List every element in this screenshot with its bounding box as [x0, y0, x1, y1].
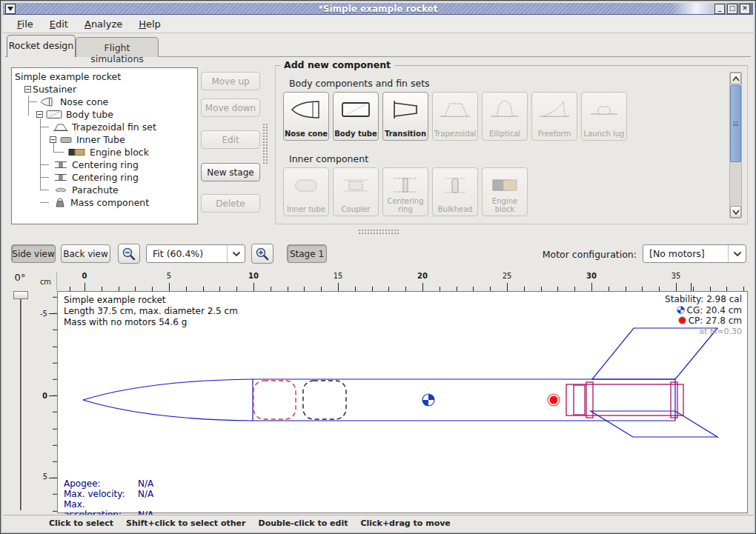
cp-value: 27.8 cm: [706, 316, 742, 326]
zoom-level-select[interactable]: Fit (60.4%): [146, 244, 245, 263]
add-nose-cone-button[interactable]: Nose cone: [283, 92, 329, 141]
launch-lug-icon: [588, 99, 620, 121]
rotation-slider-track[interactable]: [20, 297, 21, 510]
tree-connector: [40, 202, 49, 203]
maximize-button[interactable]: □: [727, 4, 737, 14]
tree-item-trapezoidal-fin-set[interactable]: Trapezoidal fin set: [12, 121, 197, 133]
cg-label: CG:: [687, 305, 703, 316]
hint-click-drag: Click+drag to move: [360, 518, 450, 528]
scrollbar-thumb[interactable]: [730, 85, 741, 162]
ruler-major-ticks: [49, 291, 57, 513]
menu-help[interactable]: Help: [132, 17, 168, 31]
component-tree[interactable]: Simple example rocket Sustainer Nose con…: [11, 67, 198, 224]
cg-marker: [422, 394, 434, 406]
chevron-down-icon: [728, 245, 746, 262]
tab-rocket-design[interactable]: Rocket design: [7, 35, 76, 57]
tree-expander-icon[interactable]: [24, 86, 31, 93]
add-engine-block-button[interactable]: Engine block: [482, 167, 528, 216]
motor-configuration-select[interactable]: [No motors]: [643, 244, 746, 263]
tree-item-centering-ring-2[interactable]: Centering ring: [12, 171, 197, 184]
nose-cone-outline[interactable]: [83, 379, 253, 400]
menu-edit[interactable]: Edit: [43, 17, 75, 31]
motor-configuration-label: Motor configuration:: [543, 249, 637, 260]
parachute-outline[interactable]: [253, 381, 296, 419]
add-launch-lug-button[interactable]: Launch lug: [581, 92, 627, 141]
tree-item-nose-cone[interactable]: Nose cone: [12, 96, 197, 108]
add-body-tube-button[interactable]: Body tube: [333, 92, 379, 141]
freeform-fin-icon: [538, 99, 571, 121]
new-stage-button[interactable]: New stage: [201, 163, 260, 181]
inner-component-label: Inner component: [289, 153, 368, 164]
elliptical-fin-icon: [488, 99, 521, 121]
tree-connector: [40, 164, 49, 165]
side-view-button[interactable]: Side view: [11, 244, 56, 263]
add-elliptical-fin-button[interactable]: Elliptical: [482, 92, 528, 141]
add-trapezoidal-fin-button[interactable]: Trapezoidal: [432, 92, 478, 141]
tab-flight-simulations[interactable]: Flight simulations: [76, 37, 159, 57]
add-freeform-fin-button[interactable]: Freeform: [531, 92, 577, 141]
tree-connector: [40, 177, 49, 178]
tree-expander-icon[interactable]: [50, 136, 56, 143]
close-button[interactable]: ✕: [740, 4, 750, 14]
tree-item-centering-ring-1[interactable]: Centering ring: [12, 158, 197, 171]
tree-item-parachute[interactable]: Parachute: [12, 184, 197, 196]
centering-ring-outline[interactable]: [671, 382, 677, 418]
zoom-out-button[interactable]: [118, 244, 140, 264]
tree-item-body-tube[interactable]: Body tube: [12, 108, 197, 121]
add-transition-button[interactable]: Transition: [382, 92, 428, 141]
mass-component-icon: [53, 198, 67, 207]
rocket-name: Simple example rocket: [64, 295, 238, 306]
hint-double-click: Double-click to edit: [259, 518, 348, 528]
tree-item-mass-component[interactable]: Mass component: [12, 196, 197, 209]
tree-item-inner-tube[interactable]: Inner Tube: [12, 133, 197, 146]
edit-button[interactable]: Edit: [201, 130, 260, 149]
ruler-tick-label: 30: [586, 272, 597, 280]
tree-item-rocket[interactable]: Simple example rocket: [12, 70, 197, 83]
max-velocity-value: N/A: [138, 489, 153, 499]
back-view-button[interactable]: Back view: [61, 244, 110, 263]
add-bulkhead-button[interactable]: Bulkhead: [432, 167, 478, 216]
engine-block-outline[interactable]: [574, 385, 585, 415]
nose-cone-icon: [40, 97, 56, 107]
move-down-button[interactable]: Move down: [201, 99, 260, 117]
tree-item-engine-block[interactable]: Engine block: [12, 146, 197, 158]
rotation-slider-handle[interactable]: [13, 291, 28, 299]
fin-lower-outline[interactable]: [591, 411, 717, 437]
ruler-tick-label: 5: [43, 473, 47, 481]
tree-item-stage[interactable]: Sustainer: [12, 83, 197, 96]
scroll-down-button[interactable]: [730, 206, 741, 218]
cp-legend-icon: [678, 316, 686, 324]
title-bar[interactable]: *Simple example rocket _ □ ✕: [3, 3, 753, 15]
centering-ring-outline[interactable]: [586, 382, 593, 418]
engine-block-icon: [68, 147, 86, 157]
stability-block: Stability: 2.98 cal CG: 20.4 cm CP: 27.8…: [665, 294, 742, 337]
add-coupler-button[interactable]: Coupler: [333, 167, 379, 216]
add-component-title: Add new component: [280, 59, 394, 70]
scroll-up-button[interactable]: [730, 73, 741, 84]
component-panel-scrollbar[interactable]: [729, 72, 742, 218]
add-centering-ring-button[interactable]: Centering ring: [382, 167, 428, 216]
stage-1-toggle[interactable]: Stage 1: [287, 244, 327, 263]
menu-file[interactable]: File: [10, 17, 40, 31]
coupler-icon: [339, 174, 372, 196]
engine-block-icon: [488, 174, 521, 196]
hint-shift-click: Shift+click to select other: [126, 518, 246, 528]
rocket-design-canvas[interactable]: Simple example rocket Length 37.5 cm, ma…: [57, 291, 748, 513]
add-inner-tube-button[interactable]: Inner tube: [283, 167, 329, 216]
rocket-mass: Mass with no motors 54.6 g: [64, 317, 238, 328]
delete-button[interactable]: Delete: [201, 194, 260, 213]
ruler-tick-label: 15: [334, 272, 343, 280]
tree-expander-icon[interactable]: [36, 111, 43, 118]
zoom-in-button[interactable]: [251, 244, 273, 264]
status-bar: Click to select Shift+click to select ot…: [3, 515, 753, 531]
ruler-tick-label: 5: [167, 272, 171, 280]
nose-cone-outline[interactable]: [83, 400, 253, 421]
menu-analyze[interactable]: Analyze: [78, 17, 129, 31]
bulkhead-icon: [439, 174, 471, 196]
minimize-button[interactable]: _: [714, 4, 725, 14]
mass-component-outline[interactable]: [303, 381, 346, 419]
vertical-splitter[interactable]: [262, 123, 269, 164]
horizontal-splitter[interactable]: [358, 229, 399, 235]
move-up-button[interactable]: Move up: [201, 72, 260, 90]
scrollbar-grip: [733, 121, 738, 126]
